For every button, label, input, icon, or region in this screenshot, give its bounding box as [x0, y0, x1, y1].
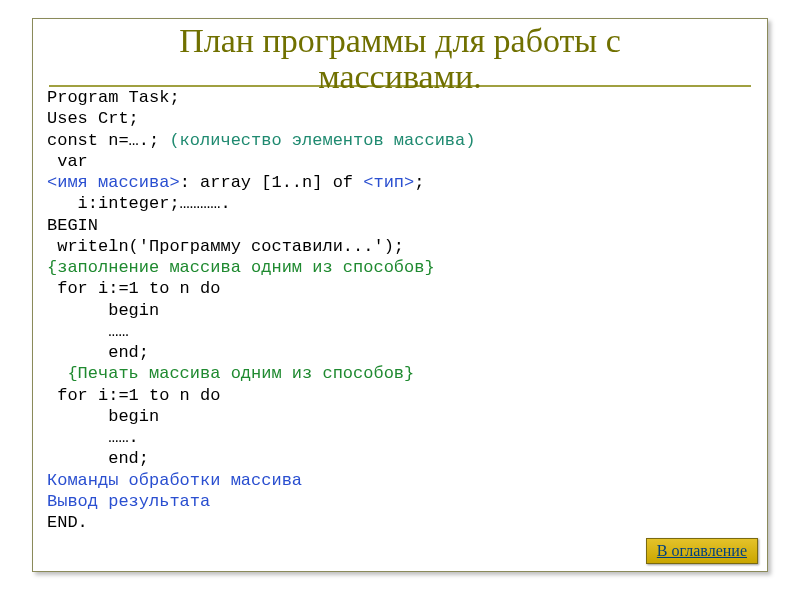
code-line: …… [47, 322, 129, 341]
code-comment: (количество элементов массива) [169, 131, 475, 150]
code-line: writeln('Программу составили...'); [47, 237, 404, 256]
code-line: end; [47, 449, 149, 468]
code-line: END. [47, 513, 88, 532]
code-line: i:integer;…………. [47, 194, 231, 213]
code-line: begin [47, 301, 159, 320]
code-comment: {заполнение массива одним из способов} [47, 258, 435, 277]
code-line: var [47, 152, 88, 171]
code-line: : array [1..n] of [180, 173, 364, 192]
code-line: ……. [47, 428, 139, 447]
slide-frame: План программы для работы с массивами. P… [32, 18, 768, 572]
code-line: ; [414, 173, 424, 192]
code-line: Program Task; [47, 88, 180, 107]
code-line: const n=….; [47, 131, 169, 150]
code-line: for i:=1 to n do [47, 386, 220, 405]
code-placeholder: <имя массива> [47, 173, 180, 192]
code-line: BEGIN [47, 216, 98, 235]
title-region: План программы для работы с массивами. [49, 23, 751, 87]
code-line: begin [47, 407, 159, 426]
slide-title-line1: План программы для работы с [179, 22, 621, 59]
code-block: Program Task; Uses Crt; const n=….; (кол… [47, 87, 753, 533]
code-annotation: Вывод результата [47, 492, 210, 511]
toc-button[interactable]: В оглавление [646, 538, 758, 564]
code-comment: {Печать массива одним из способов} [47, 364, 414, 383]
code-placeholder: <тип> [363, 173, 414, 192]
code-line: for i:=1 to n do [47, 279, 220, 298]
code-annotation: Команды обработки массива [47, 471, 302, 490]
code-line: Uses Crt; [47, 109, 139, 128]
code-line: end; [47, 343, 149, 362]
